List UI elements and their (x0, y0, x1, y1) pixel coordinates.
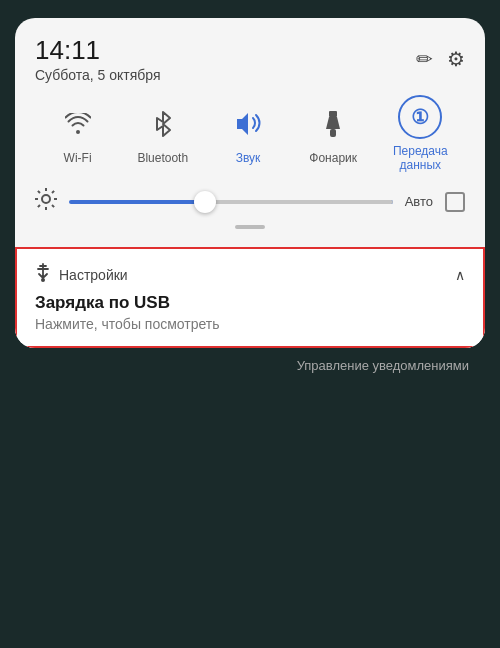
flashlight-label: Фонарик (309, 151, 357, 165)
notification-app-name: Настройки (59, 267, 447, 283)
settings-icon[interactable]: ⚙ (447, 47, 465, 71)
manage-notifications-label[interactable]: Управление уведомлениями (297, 358, 469, 373)
svg-line-8 (52, 205, 54, 207)
notification-chevron-icon[interactable]: ∧ (455, 267, 465, 283)
svg-line-7 (38, 191, 40, 193)
brightness-row: Авто (35, 188, 465, 215)
notification-header: Настройки ∧ (35, 263, 465, 287)
datatransfer-icon: ① (398, 95, 442, 139)
svg-line-9 (52, 191, 54, 193)
sound-label: Звук (236, 151, 261, 165)
quick-settings: 14:11 Суббота, 5 октября ✏ ⚙ Wi (15, 18, 485, 247)
time-date: 14:11 Суббота, 5 октября (35, 36, 161, 83)
toggle-sound[interactable]: Звук (218, 102, 278, 165)
edit-icon[interactable]: ✏ (416, 47, 433, 71)
drag-handle-bar (235, 225, 265, 229)
svg-rect-0 (329, 111, 337, 117)
usb-icon (35, 263, 51, 287)
toggle-bluetooth[interactable]: Bluetooth (133, 102, 193, 165)
slider-thumb[interactable] (194, 191, 216, 213)
sound-icon (226, 102, 270, 146)
brightness-icon (35, 188, 57, 215)
clock-time: 14:11 (35, 36, 161, 65)
toggle-datatransfer[interactable]: ① Передача данных (388, 95, 452, 173)
svg-rect-1 (330, 129, 336, 137)
wifi-label: Wi-Fi (64, 151, 92, 165)
auto-label: Авто (405, 194, 433, 209)
usb-notification-card[interactable]: Настройки ∧ Зарядка по USB Нажмите, чтоб… (15, 247, 485, 348)
toggle-wifi[interactable]: Wi-Fi (48, 102, 108, 165)
svg-point-11 (41, 278, 45, 282)
datatransfer-label: Передача данных (388, 144, 452, 173)
svg-line-10 (38, 205, 40, 207)
brightness-slider[interactable] (69, 200, 393, 204)
flashlight-icon (311, 102, 355, 146)
drag-handle (35, 225, 465, 237)
manage-notifications-row: Управление уведомлениями (15, 348, 485, 373)
status-icons: ✏ ⚙ (416, 47, 465, 71)
wifi-icon (56, 102, 100, 146)
slider-track-inactive (215, 200, 393, 204)
auto-checkbox[interactable] (445, 192, 465, 212)
notification-subtitle: Нажмите, чтобы посмотреть (35, 316, 465, 332)
toggles-row: Wi-Fi Bluetooth Звук (35, 95, 465, 173)
notification-panel: 14:11 Суббота, 5 октября ✏ ⚙ Wi (15, 18, 485, 348)
clock-date: Суббота, 5 октября (35, 67, 161, 83)
toggle-flashlight[interactable]: Фонарик (303, 102, 363, 165)
notification-title: Зарядка по USB (35, 293, 465, 313)
bluetooth-label: Bluetooth (137, 151, 188, 165)
status-bar: 14:11 Суббота, 5 октября ✏ ⚙ (35, 36, 465, 83)
svg-point-2 (42, 195, 50, 203)
bluetooth-icon (141, 102, 185, 146)
